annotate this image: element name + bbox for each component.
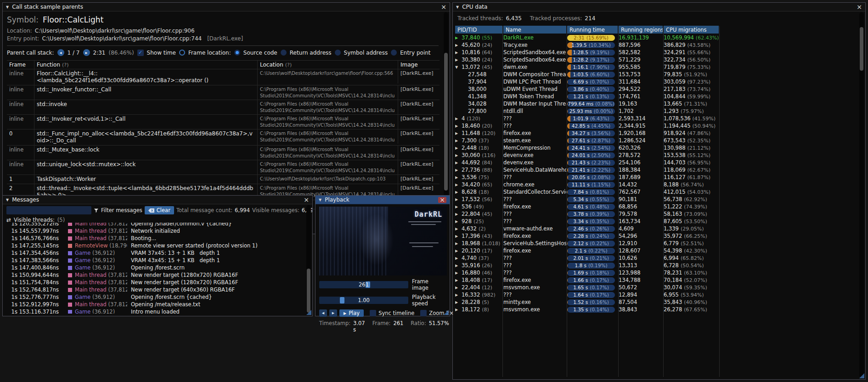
playback-titlebar[interactable]: ▼ Playback × <box>316 196 450 204</box>
expand-arrow-icon[interactable]: ▶ <box>455 139 460 143</box>
expand-arrow-icon[interactable]: ▶ <box>455 161 460 165</box>
expand-arrow-icon[interactable]: ▶ <box>455 51 460 55</box>
cpu-row[interactable]: 38,000uDWM Event Thread3.86 s(0.40%)294,… <box>453 85 865 93</box>
zoom-checkbox[interactable] <box>420 310 427 316</box>
expand-arrow-icon[interactable]: ▶ <box>455 190 460 194</box>
expand-arrow-icon[interactable]: ▶ <box>455 300 460 304</box>
callstack-row[interactable]: inlinestd::_Invoker_functor::_CallC:\Pro… <box>7 85 440 100</box>
expand-arrow-icon[interactable]: ▶ <box>455 197 460 202</box>
expand-arrow-icon[interactable]: ▶ <box>455 36 460 40</box>
cpu-row[interactable]: ▶928(25)???3.34 s(0.35%)163,73487,605(53… <box>453 218 865 225</box>
prev-parent-button[interactable]: ◀ <box>57 49 64 56</box>
messages-titlebar[interactable]: ▼ Messages × <box>3 196 312 204</box>
cpu-row[interactable]: 34,028DWM Master Input Thread799.64 ms(0… <box>453 100 865 107</box>
cpu-row[interactable]: ▶10,816(64)ScriptedSandbox64.exe1:28.5(9… <box>453 49 865 56</box>
expand-arrow-icon[interactable]: ▶ <box>455 124 460 128</box>
column-header-cpu-migrations[interactable]: CPU migrations <box>664 26 719 34</box>
expand-arrow-icon[interactable]: ▶ <box>455 146 460 150</box>
message-row[interactable]: 1s 153,116,371nsGame (36,912)Intro menu … <box>4 308 306 314</box>
column-header-pid[interactable]: PID/TID <box>455 26 502 34</box>
expand-arrow-icon[interactable]: ▶ <box>455 227 460 231</box>
collapse-arrow-icon[interactable]: ▼ <box>455 65 460 69</box>
close-icon[interactable]: × <box>304 197 309 203</box>
message-row[interactable]: 1s 147,383,566nsGame (36,912)VRAM 43x45:… <box>4 257 306 264</box>
cpu-row[interactable]: ▶536(49)firefox.exe4.61 s(0.48%)68,85651… <box>453 203 865 210</box>
collapse-icon[interactable]: ▼ <box>319 198 321 202</box>
expand-arrow-icon[interactable]: ▶ <box>455 242 460 246</box>
close-icon[interactable]: × <box>438 197 446 203</box>
cpu-row[interactable]: 41,348DWM Token Thread1.21 s(0.13%)174,7… <box>453 93 865 100</box>
resize-grip[interactable] <box>306 310 311 315</box>
cpu-row[interactable]: ▶34,420(65)chrome.exe11.11 s(1.15%)14,43… <box>453 181 865 188</box>
expand-arrow-icon[interactable]: ▶ <box>455 212 460 216</box>
cpu-row[interactable]: 27,548DWM Compositor Thread1:03.5(6.60%)… <box>453 71 865 78</box>
message-row[interactable]: 1s 152,764,817nsMain thread (37,812)New … <box>4 286 306 293</box>
radio-symbol-address[interactable] <box>335 50 341 56</box>
close-icon[interactable]: × <box>857 4 862 10</box>
cpu-row[interactable]: ▶17,532(56)???5.34 s(0.55%)90,18156,738(… <box>453 196 865 203</box>
cpu-scrollbar-thumb[interactable] <box>860 27 863 71</box>
cpu-row[interactable]: ▶18,968(1,018)ServiceHub.SettingsHost.ex… <box>453 240 865 247</box>
radio-return-address[interactable] <box>281 50 287 56</box>
message-row[interactable]: 1s 147,354,456nsGame (36,912)VRAM 37x45:… <box>4 249 306 257</box>
message-row[interactable]: 1s 120,355,272nsMain thread (37,812)Open… <box>4 223 306 227</box>
callstack-titlebar[interactable]: ▼ Call stack sample parents × <box>3 3 450 11</box>
cpu-row[interactable]: ▶16,332(982)???1.64 s(0.17%)12,8946,955(… <box>453 291 865 298</box>
cpu-row[interactable]: ▶22,404(12)msvsmon.exe1.65 s(0.17%)50,67… <box>453 284 865 291</box>
cpu-row[interactable]: ▶22,804(45)???3.78 s(0.39%)79,57858,163(… <box>453 210 865 218</box>
callstack-row[interactable]: inlinestd::unique_lock<std::mutex>::lock… <box>7 160 440 175</box>
expand-arrow-icon[interactable]: ▶ <box>455 256 460 260</box>
message-row[interactable]: 1s 152,912,997nsMain thread (37,812)Open… <box>4 301 306 308</box>
cpu-row[interactable]: ▶4,740(37)???2.01 s(0.21%)10,6266,994(65… <box>453 254 865 262</box>
expand-arrow-icon[interactable]: ▶ <box>455 58 460 62</box>
expand-arrow-icon[interactable]: ▶ <box>455 168 460 172</box>
cpu-row[interactable]: ▶4,632(2)vmware-authd.exe2.46 s(0.26%)4,… <box>453 225 865 232</box>
expand-arrow-icon[interactable]: ▶ <box>455 117 460 121</box>
step-forward-button[interactable]: ▶ <box>329 309 337 317</box>
expand-arrow-icon[interactable]: ▶ <box>455 264 460 268</box>
messages-scrollbar[interactable] <box>306 205 311 314</box>
cpu-row[interactable]: 27,800ntdll.dll25.93 ms(0.00%)1,7021,293… <box>453 107 865 115</box>
step-back-button[interactable]: ◀ <box>319 309 327 317</box>
clear-button[interactable]: Clear <box>145 206 174 214</box>
callstack-row[interactable]: inlinestd::_Mutex_base::lockC:\Program F… <box>7 146 440 160</box>
next-parent-button[interactable]: ▶ <box>83 49 90 56</box>
show-time-checkbox[interactable]: ✓ <box>137 50 144 56</box>
cpu-row[interactable]: ▶8,628(18)StandardCollector.Service.e7.8… <box>453 188 865 196</box>
expand-arrow-icon[interactable]: ▶ <box>455 271 460 275</box>
expand-arrow-icon[interactable]: ▶ <box>455 131 460 135</box>
cpu-row[interactable]: ▶20,120(17)firefox.exe2.1 s(0.22%)128,60… <box>453 247 865 254</box>
expand-arrow-icon[interactable]: ▶ <box>455 219 460 224</box>
cpu-row[interactable]: ▶18,172(8)msvsmon.exe1.35 s(0.14%)38,843… <box>453 306 865 313</box>
expand-arrow-icon[interactable]: ▶ <box>455 278 460 282</box>
cpu-scrollbar[interactable] <box>859 12 864 377</box>
messages-scrollbar-thumb[interactable] <box>307 269 310 313</box>
speed-slider-grab[interactable] <box>340 297 344 303</box>
cpu-row[interactable]: ▶35,916(26)???1.8 s(0.19%)13,3136,728(50… <box>453 262 865 269</box>
collapse-icon[interactable]: ▼ <box>456 5 459 9</box>
cpu-row[interactable]: ▶44,692(84)devenv.exe21.43 s(2.23%)254,1… <box>453 159 865 166</box>
cpu-row[interactable]: ▶18,460(20)???42.85 s(4.45%)2,344,9151,1… <box>453 122 865 129</box>
cpu-row[interactable]: ▶18,408(17)firefox.exe1.66 s(0.17%)134,7… <box>453 276 865 284</box>
expand-arrow-icon[interactable]: ▶ <box>455 234 460 238</box>
close-icon[interactable]: × <box>441 4 446 10</box>
message-row[interactable]: 1s 147,400,846nsGame (36,912)Opening /fo… <box>4 264 306 271</box>
callstack-scrollbar-thumb[interactable] <box>444 53 448 191</box>
message-row[interactable]: 1s 145,557,997nsMain thread (37,812)Netw… <box>4 227 306 235</box>
cpu-row[interactable]: ▶30,380(24)ScriptedSandbox64.exe1:28.2(9… <box>453 56 865 63</box>
radio-entry-point[interactable] <box>391 50 397 56</box>
callstack-row[interactable]: inlinestd::_Invoker_ret<void,1>::_CallC:… <box>7 115 440 129</box>
cpu-row[interactable]: ▶28,228(5)mintty.exe1.52 s(0.16%)87,5043… <box>453 298 865 306</box>
expand-arrow-icon[interactable]: ▶ <box>455 153 460 157</box>
column-header-name[interactable]: Name <box>503 26 566 34</box>
message-row[interactable]: 1s 152,776,777nsGame (36,912)Opening /fo… <box>4 293 306 301</box>
cpu-row[interactable]: ▶27,736(88)ServiceHub.DataWarehouse21.41… <box>453 166 865 174</box>
expand-arrow-icon[interactable]: ▶ <box>455 183 460 187</box>
expand-arrow-icon[interactable]: ▶ <box>455 308 460 312</box>
callstack-row[interactable]: 0std::_Func_impl_no_alloc<<lambda_5bc224… <box>7 129 440 146</box>
expand-arrow-icon[interactable]: ▶ <box>455 175 460 180</box>
cpu-row[interactable]: ▶4(120)???1:01.9(6.43%)2,593,3141,078,53… <box>453 115 865 122</box>
cpu-titlebar[interactable]: ▼ CPU data × <box>453 3 865 11</box>
message-filter-input[interactable] <box>6 206 91 214</box>
frame-image-slider[interactable]: 261 <box>319 281 408 288</box>
